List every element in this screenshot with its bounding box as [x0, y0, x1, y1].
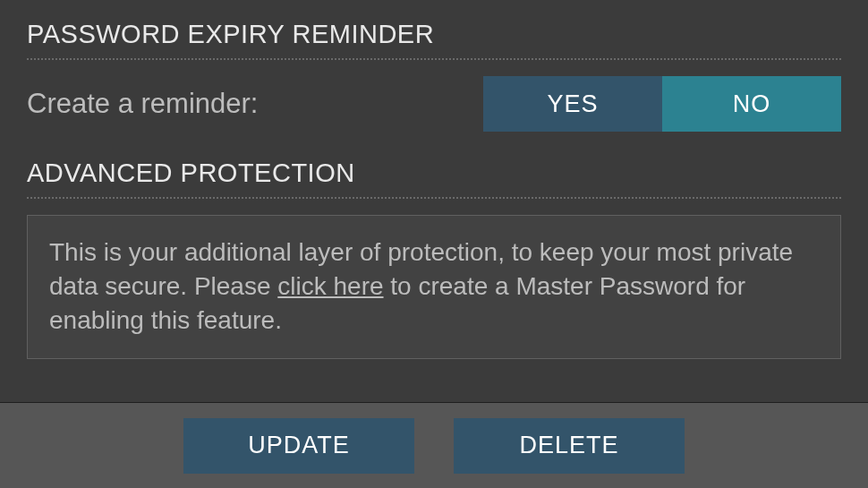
reminder-row: Create a reminder: YES NO — [27, 76, 841, 132]
update-button[interactable]: UPDATE — [183, 418, 414, 474]
reminder-label: Create a reminder: — [27, 88, 258, 120]
reminder-toggle: YES NO — [483, 76, 841, 132]
advanced-info-box: This is your additional layer of protect… — [27, 215, 841, 359]
advanced-info-text: This is your additional layer of protect… — [49, 235, 819, 337]
toggle-yes-button[interactable]: YES — [483, 76, 662, 132]
section-title-expiry: PASSWORD EXPIRY REMINDER — [27, 20, 841, 60]
toggle-no-button[interactable]: NO — [662, 76, 841, 132]
section-title-advanced: ADVANCED PROTECTION — [27, 158, 841, 199]
delete-button[interactable]: DELETE — [454, 418, 685, 474]
content-area: PASSWORD EXPIRY REMINDER Create a remind… — [0, 0, 868, 359]
settings-panel: PASSWORD EXPIRY REMINDER Create a remind… — [0, 0, 868, 488]
footer-bar: UPDATE DELETE — [0, 402, 868, 488]
click-here-link[interactable]: click here — [277, 272, 383, 300]
